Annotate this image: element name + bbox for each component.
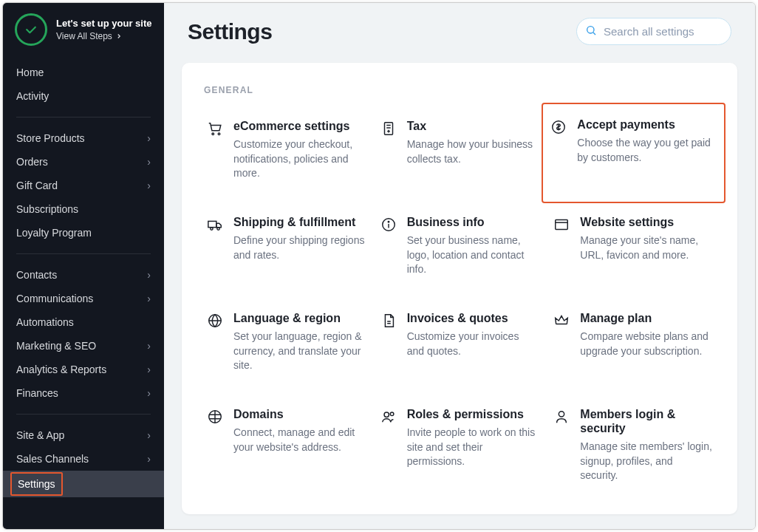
svg-point-8 — [217, 228, 219, 230]
nav-group-site: Site & App› Sales Channels› Settings — [3, 419, 164, 502]
svg-point-7 — [211, 228, 213, 230]
nav-activity-label: Activity — [16, 90, 49, 102]
nav-home[interactable]: Home — [3, 61, 164, 84]
nav-label: Finances — [16, 387, 58, 399]
nav-orders[interactable]: Orders› — [3, 150, 164, 174]
nav-contacts[interactable]: Contacts› — [3, 263, 164, 287]
nav-communications[interactable]: Communications› — [3, 287, 164, 310]
svg-line-1 — [593, 33, 595, 35]
nav-label: Automations — [16, 316, 74, 328]
tile-title: Tax — [407, 119, 539, 133]
chevron-right-icon: › — [147, 340, 151, 352]
tile-desc: Compare website plans and upgrade your s… — [580, 330, 712, 358]
dollar-circle-icon — [550, 119, 567, 135]
tile-desc: Invite people to work on this site and s… — [407, 426, 539, 469]
svg-point-11 — [388, 222, 389, 222]
svg-rect-6 — [208, 221, 216, 227]
nav-analytics[interactable]: Analytics & Reports› — [3, 358, 164, 381]
truck-icon — [207, 216, 223, 233]
nav-label: Gift Card — [16, 180, 58, 191]
app-frame: Let's set up your site View All Steps Ho… — [2, 2, 756, 530]
chevron-right-icon: › — [147, 429, 151, 441]
crown-icon — [553, 313, 570, 329]
users-icon — [380, 409, 397, 425]
nav-store-products[interactable]: Store Products› — [3, 126, 164, 150]
cart-icon — [207, 120, 223, 137]
chevron-right-icon: › — [147, 453, 151, 465]
setup-title: Let's set up your site — [56, 18, 152, 30]
tile-business-info[interactable]: Business info Set your business name, lo… — [378, 214, 542, 279]
search-icon — [585, 24, 597, 39]
search-input[interactable] — [576, 18, 731, 45]
nav-gift-card[interactable]: Gift Card› — [3, 174, 164, 197]
svg-point-3 — [218, 133, 220, 135]
tile-title: Business info — [407, 215, 539, 229]
nav-divider — [16, 253, 151, 254]
tile-shipping[interactable]: Shipping & fulfillment Define your shipp… — [204, 214, 369, 279]
nav-label: Site & App — [16, 429, 64, 441]
tile-language-region[interactable]: Language & region Set your language, reg… — [204, 310, 369, 375]
tile-desc: Manage how your business collects tax. — [407, 137, 539, 166]
tile-tax[interactable]: Tax Manage how your business collects ta… — [378, 117, 542, 183]
nav-subscriptions[interactable]: Subscriptions — [3, 197, 164, 221]
tile-ecommerce[interactable]: eCommerce settings Customize your checko… — [204, 117, 369, 183]
chevron-right-icon: › — [147, 156, 151, 168]
nav-site-app[interactable]: Site & App› — [3, 423, 164, 447]
tile-desc: Choose the way you get paid by customers… — [577, 136, 715, 165]
tile-domains[interactable]: Domains Connect, manage and edit your we… — [204, 406, 369, 485]
chevron-right-icon: › — [147, 180, 151, 191]
nav-sales-channels[interactable]: Sales Channels› — [3, 447, 164, 471]
tile-title: Language & region — [233, 311, 366, 325]
nav-activity[interactable]: Activity — [3, 84, 164, 108]
svg-point-16 — [384, 412, 389, 417]
browser-icon — [553, 216, 570, 233]
settings-grid: eCommerce settings Customize your checko… — [204, 117, 715, 485]
tile-manage-plan[interactable]: Manage plan Compare website plans and up… — [550, 310, 715, 375]
nav-group-marketing: Contacts› Communications› Automations Ma… — [3, 259, 164, 409]
nav-divider — [16, 117, 151, 117]
tile-desc: Customize your checkout, notifications, … — [233, 137, 366, 181]
svg-rect-4 — [384, 123, 392, 135]
nav-label: Orders — [16, 156, 48, 168]
tile-title: Accept payments — [577, 117, 715, 132]
tile-invoices[interactable]: Invoices & quotes Customize your invoice… — [378, 310, 542, 375]
chevron-right-icon — [115, 33, 123, 40]
setup-progress-circle — [15, 13, 47, 46]
chevron-right-icon: › — [147, 293, 151, 304]
chevron-right-icon: › — [147, 132, 151, 144]
info-icon — [380, 216, 397, 233]
nav-marketing-seo[interactable]: Marketing & SEO› — [3, 334, 164, 358]
section-general-label: GENERAL — [204, 85, 715, 95]
chevron-right-icon: › — [147, 364, 151, 375]
nav-label: Contacts — [16, 269, 57, 281]
tile-desc: Set your language, region & currency, an… — [233, 330, 366, 373]
tile-accept-payments[interactable]: Accept payments Choose the way you get p… — [542, 103, 725, 203]
page-title: Settings — [188, 19, 272, 44]
tile-members[interactable]: Members login & security Manage site mem… — [550, 406, 715, 485]
svg-rect-12 — [556, 220, 568, 230]
tile-title: Invoices & quotes — [407, 311, 539, 325]
tile-title: Roles & permissions — [407, 407, 539, 421]
tile-website-settings[interactable]: Website settings Manage your site's name… — [550, 214, 715, 279]
nav-label: Analytics & Reports — [16, 364, 106, 375]
nav-loyalty[interactable]: Loyalty Program — [3, 221, 164, 245]
svg-point-0 — [587, 26, 594, 33]
setup-block[interactable]: Let's set up your site View All Steps — [3, 3, 164, 56]
nav-finances[interactable]: Finances› — [3, 381, 164, 405]
tile-desc: Customize your invoices and quotes. — [407, 330, 539, 358]
tile-roles[interactable]: Roles & permissions Invite people to wor… — [378, 406, 542, 485]
check-icon — [24, 22, 38, 37]
setup-view-all-link[interactable]: View All Steps — [56, 31, 152, 41]
nav-label: Subscriptions — [16, 203, 78, 215]
settings-highlight: Settings — [10, 472, 63, 496]
tile-title: Members login & security — [580, 407, 712, 435]
globe-icon — [207, 313, 223, 329]
nav-automations[interactable]: Automations — [3, 310, 164, 334]
nav-group-main: Home Activity — [3, 56, 164, 112]
chevron-right-icon: › — [147, 387, 151, 399]
sidebar: Let's set up your site View All Steps Ho… — [3, 3, 164, 529]
tile-desc: Set your business name, logo, location a… — [407, 233, 539, 277]
nav-settings[interactable]: Settings — [3, 471, 164, 497]
nav-label: Loyalty Program — [16, 227, 92, 239]
tile-title: Manage plan — [580, 311, 712, 325]
